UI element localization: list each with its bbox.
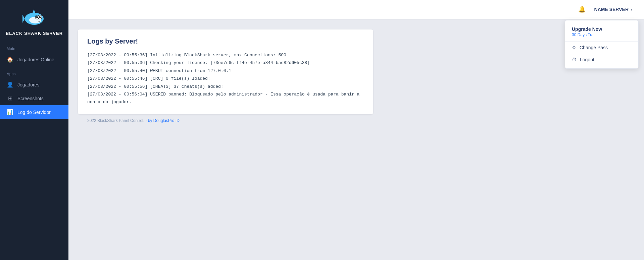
gear-icon: ⚙ <box>572 45 576 50</box>
upgrade-title: Upgrade Now <box>572 26 632 32</box>
sidebar-item-log-servidor[interactable]: 📊 Log do Servidor <box>0 105 68 119</box>
logout-button[interactable]: ⏱ Logout <box>565 54 638 66</box>
upgrade-sub: 30 Days Trail <box>572 32 632 37</box>
sidebar-item-jogadores-online[interactable]: 🏠 Jogadores Online <box>0 53 68 66</box>
sidebar-item-label: Jogadores Online <box>17 57 54 62</box>
upgrade-section: Upgrade Now 30 Days Trail <box>565 23 638 42</box>
log-entry: [27/03/2022 - 00:55:46] [CRC] 0 file(s) … <box>87 75 364 82</box>
change-pass-label: Change Pass <box>580 45 608 50</box>
topbar: 🔔 NAME SERVER ▾ Upgrade Now 30 Days Trai… <box>68 0 644 19</box>
sidebar-item-label: Log do Servidor <box>17 110 51 115</box>
log-entries: [27/03/2022 - 00:55:36] Initializing Bla… <box>87 51 364 106</box>
log-entry: [27/03/2022 - 00:55:56] [CHEATS] 37 chea… <box>87 83 364 90</box>
svg-point-11 <box>38 16 38 17</box>
log-entry: [27/03/2022 - 00:55:36] Initializing Bla… <box>87 51 364 59</box>
footer-copyright: 2022 BlackShark Panel Control. - <box>87 118 148 123</box>
user-name-label: NAME SERVER <box>594 7 629 12</box>
log-entry: [27/03/2022 - 00:55:36] Checking your li… <box>87 59 364 67</box>
sidebar-item-jogadores[interactable]: 👤 Jogadores <box>0 78 68 91</box>
home-icon: 🏠 <box>7 56 13 63</box>
sidebar: BLACK SHARK SERVER Main 🏠 Jogadores Onli… <box>0 0 68 260</box>
main-area: 🔔 NAME SERVER ▾ Upgrade Now 30 Days Trai… <box>68 0 644 260</box>
user-dropdown-menu: Upgrade Now 30 Days Trail ⚙ Change Pass … <box>565 20 639 69</box>
log-entry: [27/03/2022 - 00:56:04] USERID banned: B… <box>87 90 364 106</box>
footer-link: by DouglasPro :D <box>148 118 180 123</box>
sidebar-item-label: Jogadores <box>17 82 39 87</box>
sidebar-title: BLACK SHARK SERVER <box>6 31 63 36</box>
sidebar-section-apps: Apps <box>0 66 68 78</box>
grid-icon: ⊞ <box>7 95 13 102</box>
chart-icon: 📊 <box>7 109 13 115</box>
clock-icon: ⏱ <box>572 57 577 62</box>
svg-point-10 <box>36 16 38 18</box>
logout-label: Logout <box>580 57 594 62</box>
log-entry: [27/03/2022 - 00:55:40] WEBUI connection… <box>87 67 364 75</box>
log-card-title: Logs by Server! <box>87 38 364 45</box>
main-content: Logs by Server! [27/03/2022 - 00:55:36] … <box>68 19 644 260</box>
change-pass-button[interactable]: ⚙ Change Pass <box>565 42 638 54</box>
sidebar-item-label: Screenshots <box>17 96 44 101</box>
sidebar-logo: BLACK SHARK SERVER <box>0 0 68 41</box>
user-icon: 👤 <box>7 81 13 88</box>
user-menu-button[interactable]: NAME SERVER ▾ <box>591 5 636 14</box>
notification-bell-icon[interactable]: 🔔 <box>578 6 586 13</box>
svg-marker-1 <box>22 15 25 23</box>
footer: 2022 BlackShark Panel Control. - by Doug… <box>78 114 635 127</box>
sidebar-section-main: Main <box>0 41 68 53</box>
sidebar-item-screenshots[interactable]: ⊞ Screenshots <box>0 91 68 105</box>
svg-marker-2 <box>33 9 35 13</box>
shark-logo-icon <box>22 8 46 28</box>
log-card: Logs by Server! [27/03/2022 - 00:55:36] … <box>78 29 373 114</box>
chevron-down-icon: ▾ <box>631 7 633 12</box>
